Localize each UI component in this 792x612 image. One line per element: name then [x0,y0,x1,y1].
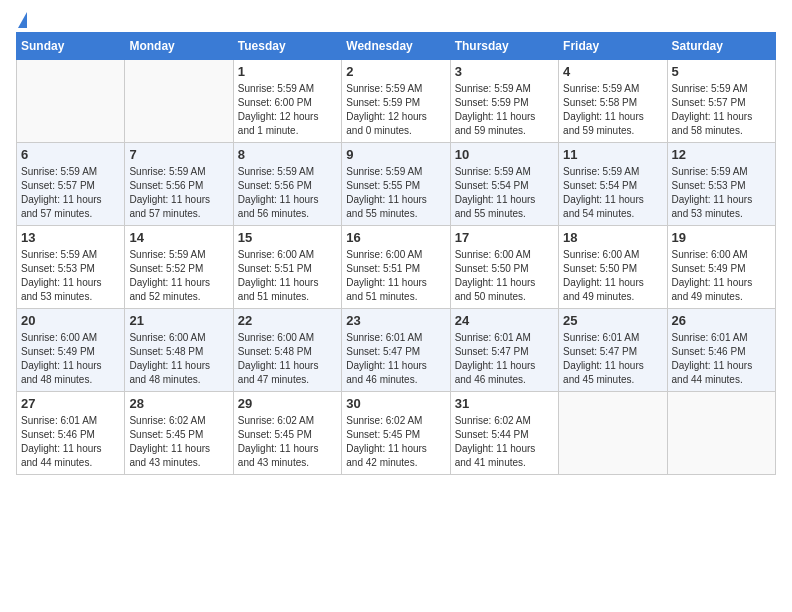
calendar-cell: 30Sunrise: 6:02 AM Sunset: 5:45 PM Dayli… [342,392,450,475]
calendar-cell: 26Sunrise: 6:01 AM Sunset: 5:46 PM Dayli… [667,309,775,392]
calendar-cell: 11Sunrise: 5:59 AM Sunset: 5:54 PM Dayli… [559,143,667,226]
day-info: Sunrise: 5:59 AM Sunset: 5:56 PM Dayligh… [129,165,228,221]
day-number: 16 [346,230,445,245]
day-number: 7 [129,147,228,162]
day-info: Sunrise: 6:02 AM Sunset: 5:44 PM Dayligh… [455,414,554,470]
calendar-cell: 3Sunrise: 5:59 AM Sunset: 5:59 PM Daylig… [450,60,558,143]
weekday-header-cell: Thursday [450,33,558,60]
day-number: 2 [346,64,445,79]
calendar-table: SundayMondayTuesdayWednesdayThursdayFrid… [16,32,776,475]
day-number: 13 [21,230,120,245]
day-info: Sunrise: 5:59 AM Sunset: 5:59 PM Dayligh… [455,82,554,138]
day-info: Sunrise: 6:00 AM Sunset: 5:50 PM Dayligh… [455,248,554,304]
calendar-cell [17,60,125,143]
calendar-cell: 2Sunrise: 5:59 AM Sunset: 5:59 PM Daylig… [342,60,450,143]
calendar-week-row: 27Sunrise: 6:01 AM Sunset: 5:46 PM Dayli… [17,392,776,475]
calendar-cell: 1Sunrise: 5:59 AM Sunset: 6:00 PM Daylig… [233,60,341,143]
weekday-header-cell: Wednesday [342,33,450,60]
day-info: Sunrise: 6:00 AM Sunset: 5:51 PM Dayligh… [346,248,445,304]
day-number: 10 [455,147,554,162]
day-number: 17 [455,230,554,245]
weekday-header-cell: Saturday [667,33,775,60]
day-number: 24 [455,313,554,328]
day-number: 8 [238,147,337,162]
logo [16,16,27,24]
day-info: Sunrise: 6:02 AM Sunset: 5:45 PM Dayligh… [129,414,228,470]
calendar-cell: 21Sunrise: 6:00 AM Sunset: 5:48 PM Dayli… [125,309,233,392]
day-number: 18 [563,230,662,245]
calendar-cell: 24Sunrise: 6:01 AM Sunset: 5:47 PM Dayli… [450,309,558,392]
day-info: Sunrise: 6:01 AM Sunset: 5:46 PM Dayligh… [672,331,771,387]
day-info: Sunrise: 5:59 AM Sunset: 5:57 PM Dayligh… [672,82,771,138]
day-number: 26 [672,313,771,328]
calendar-cell [125,60,233,143]
day-number: 19 [672,230,771,245]
day-number: 11 [563,147,662,162]
calendar-week-row: 13Sunrise: 5:59 AM Sunset: 5:53 PM Dayli… [17,226,776,309]
day-info: Sunrise: 6:00 AM Sunset: 5:49 PM Dayligh… [672,248,771,304]
day-info: Sunrise: 5:59 AM Sunset: 5:59 PM Dayligh… [346,82,445,138]
calendar-cell: 28Sunrise: 6:02 AM Sunset: 5:45 PM Dayli… [125,392,233,475]
day-number: 25 [563,313,662,328]
day-info: Sunrise: 6:01 AM Sunset: 5:47 PM Dayligh… [563,331,662,387]
day-info: Sunrise: 5:59 AM Sunset: 5:55 PM Dayligh… [346,165,445,221]
calendar-cell: 13Sunrise: 5:59 AM Sunset: 5:53 PM Dayli… [17,226,125,309]
day-number: 22 [238,313,337,328]
day-number: 1 [238,64,337,79]
day-info: Sunrise: 6:00 AM Sunset: 5:48 PM Dayligh… [238,331,337,387]
calendar-week-row: 6Sunrise: 5:59 AM Sunset: 5:57 PM Daylig… [17,143,776,226]
day-number: 27 [21,396,120,411]
weekday-header-cell: Friday [559,33,667,60]
day-number: 20 [21,313,120,328]
calendar-header: SundayMondayTuesdayWednesdayThursdayFrid… [17,33,776,60]
day-info: Sunrise: 6:01 AM Sunset: 5:47 PM Dayligh… [455,331,554,387]
day-number: 15 [238,230,337,245]
calendar-week-row: 1Sunrise: 5:59 AM Sunset: 6:00 PM Daylig… [17,60,776,143]
calendar-cell: 17Sunrise: 6:00 AM Sunset: 5:50 PM Dayli… [450,226,558,309]
calendar-cell: 16Sunrise: 6:00 AM Sunset: 5:51 PM Dayli… [342,226,450,309]
day-number: 23 [346,313,445,328]
calendar-cell: 15Sunrise: 6:00 AM Sunset: 5:51 PM Dayli… [233,226,341,309]
page-header [16,16,776,24]
day-number: 14 [129,230,228,245]
calendar-cell [559,392,667,475]
day-info: Sunrise: 6:02 AM Sunset: 5:45 PM Dayligh… [238,414,337,470]
calendar-cell: 25Sunrise: 6:01 AM Sunset: 5:47 PM Dayli… [559,309,667,392]
day-info: Sunrise: 5:59 AM Sunset: 5:53 PM Dayligh… [21,248,120,304]
day-info: Sunrise: 5:59 AM Sunset: 5:56 PM Dayligh… [238,165,337,221]
calendar-cell: 27Sunrise: 6:01 AM Sunset: 5:46 PM Dayli… [17,392,125,475]
logo-triangle-icon [18,12,27,28]
day-info: Sunrise: 5:59 AM Sunset: 5:58 PM Dayligh… [563,82,662,138]
calendar-cell: 4Sunrise: 5:59 AM Sunset: 5:58 PM Daylig… [559,60,667,143]
calendar-cell: 7Sunrise: 5:59 AM Sunset: 5:56 PM Daylig… [125,143,233,226]
day-info: Sunrise: 5:59 AM Sunset: 5:53 PM Dayligh… [672,165,771,221]
day-number: 28 [129,396,228,411]
calendar-cell: 12Sunrise: 5:59 AM Sunset: 5:53 PM Dayli… [667,143,775,226]
day-info: Sunrise: 5:59 AM Sunset: 5:54 PM Dayligh… [563,165,662,221]
calendar-cell: 6Sunrise: 5:59 AM Sunset: 5:57 PM Daylig… [17,143,125,226]
day-info: Sunrise: 5:59 AM Sunset: 5:54 PM Dayligh… [455,165,554,221]
day-number: 5 [672,64,771,79]
weekday-header-row: SundayMondayTuesdayWednesdayThursdayFrid… [17,33,776,60]
day-number: 21 [129,313,228,328]
day-info: Sunrise: 6:00 AM Sunset: 5:49 PM Dayligh… [21,331,120,387]
weekday-header-cell: Monday [125,33,233,60]
weekday-header-cell: Tuesday [233,33,341,60]
day-number: 6 [21,147,120,162]
day-number: 12 [672,147,771,162]
day-number: 9 [346,147,445,162]
calendar-cell: 5Sunrise: 5:59 AM Sunset: 5:57 PM Daylig… [667,60,775,143]
weekday-header-cell: Sunday [17,33,125,60]
calendar-cell: 18Sunrise: 6:00 AM Sunset: 5:50 PM Dayli… [559,226,667,309]
calendar-cell [667,392,775,475]
day-number: 4 [563,64,662,79]
calendar-cell: 31Sunrise: 6:02 AM Sunset: 5:44 PM Dayli… [450,392,558,475]
calendar-week-row: 20Sunrise: 6:00 AM Sunset: 5:49 PM Dayli… [17,309,776,392]
day-info: Sunrise: 6:01 AM Sunset: 5:46 PM Dayligh… [21,414,120,470]
day-number: 29 [238,396,337,411]
day-info: Sunrise: 6:00 AM Sunset: 5:51 PM Dayligh… [238,248,337,304]
day-info: Sunrise: 5:59 AM Sunset: 5:52 PM Dayligh… [129,248,228,304]
calendar-cell: 29Sunrise: 6:02 AM Sunset: 5:45 PM Dayli… [233,392,341,475]
day-number: 3 [455,64,554,79]
calendar-body: 1Sunrise: 5:59 AM Sunset: 6:00 PM Daylig… [17,60,776,475]
